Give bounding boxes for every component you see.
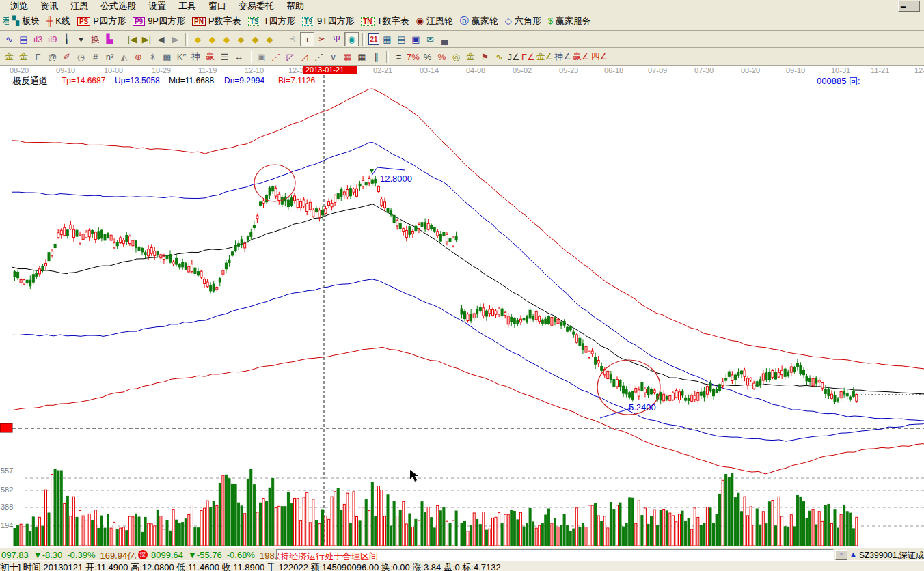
diamond-star-icon[interactable]: ◆ xyxy=(234,33,247,46)
bars-3-icon[interactable]: ıl3 xyxy=(31,33,44,46)
prism-icon[interactable]: ◭ xyxy=(118,51,131,64)
candles-layer xyxy=(14,176,858,405)
chart-area: 08-2009-1010-0810-2911-1912-1012-3102-21… xyxy=(0,66,924,548)
width-marker-icon[interactable]: ↔ xyxy=(232,51,245,64)
p-square-button[interactable]: PSP四方形 xyxy=(77,15,126,27)
save-icon[interactable]: ▣ xyxy=(409,33,422,46)
fan-box-red-icon[interactable]: ◿ xyxy=(298,51,311,64)
diamond-asterisk-icon[interactable]: ◆ xyxy=(249,33,262,46)
grid-red-icon[interactable]: ▦ xyxy=(341,51,354,64)
spiral-icon[interactable]: @ xyxy=(46,51,59,64)
last-page-icon[interactable]: ▶| xyxy=(140,33,153,46)
t-number-button[interactable]: TNT数字表 xyxy=(361,15,409,27)
k-marks-icon[interactable]: K″ xyxy=(175,51,188,64)
winner-wheel-button[interactable]: ⓑ赢家轮 xyxy=(460,15,498,27)
split-button[interactable]: ≡ xyxy=(835,550,847,560)
menu-item-3[interactable]: 公式选股 xyxy=(94,0,142,12)
menu-item-8[interactable]: 帮助 xyxy=(280,0,310,12)
p-number-button[interactable]: PNP数字表 xyxy=(192,15,241,27)
f-ruler-icon[interactable]: F xyxy=(31,51,44,64)
ying-ruler-icon[interactable]: 赢 xyxy=(204,51,217,64)
diamond-arrow-both-icon[interactable]: ◆ xyxy=(220,33,233,46)
menu-item-2[interactable]: 江恩 xyxy=(64,0,94,12)
gann-wheel-label: 江恩轮 xyxy=(426,15,453,27)
diamond-cross-icon[interactable]: ◆ xyxy=(263,33,276,46)
menu-item-1[interactable]: 资讯 xyxy=(34,0,64,12)
gann-fan-icon[interactable]: ⋰ xyxy=(269,51,282,64)
nine-p-square-button[interactable]: P99P四方形 xyxy=(133,15,185,27)
calculator-icon[interactable]: ▦ xyxy=(381,33,394,46)
menu-item-7[interactable]: 交易委托 xyxy=(232,0,280,12)
menu-item-6[interactable]: 窗口 xyxy=(202,0,232,12)
ruler-123-icon[interactable]: ☰ xyxy=(218,51,231,64)
notes-icon[interactable]: ▤ xyxy=(395,33,408,46)
chart-scroll-icon[interactable]: ∿ xyxy=(3,33,16,46)
t-square-button[interactable]: TST四方形 xyxy=(248,15,296,27)
first-page-icon[interactable]: |◀ xyxy=(126,33,139,46)
gold-angle-icon[interactable]: 金∠ xyxy=(536,51,554,64)
gann-wheel-button[interactable]: ◉江恩轮 xyxy=(416,15,453,27)
hexagon-button[interactable]: ◇六角形 xyxy=(505,15,541,27)
web-square-icon[interactable]: ▩ xyxy=(161,51,174,64)
price-scale-icon[interactable]: ≡ xyxy=(392,51,405,64)
printer-icon[interactable]: ▄ xyxy=(438,33,451,46)
si-angle-icon[interactable]: 四∠ xyxy=(591,51,608,64)
mail-globe-icon[interactable]: ✉ xyxy=(424,33,437,46)
fan-box-purple-icon[interactable]: ◸ xyxy=(284,51,297,64)
minimize-button[interactable]: ▂ xyxy=(898,1,920,12)
gold-circle-icon[interactable]: ◎ xyxy=(450,51,463,64)
p-square-badge: PS xyxy=(77,17,90,26)
flag-brush-icon[interactable]: ⚑ xyxy=(478,51,491,64)
percent-line-icon[interactable]: % xyxy=(435,51,448,64)
quote-info-bar: [初十] 时间:20130121 开:11.4900 高:12.0800 低:1… xyxy=(0,560,924,571)
percent-7-icon[interactable]: 7% xyxy=(407,51,420,64)
blocks-button[interactable]: ▚板块 xyxy=(12,15,40,27)
gauge-circle-icon[interactable]: ◷ xyxy=(74,51,87,64)
star-web-icon[interactable]: ✳ xyxy=(146,51,159,64)
shen-ruler-icon[interactable]: 神 xyxy=(189,51,202,64)
gold-ruler2-icon[interactable]: 金 xyxy=(17,51,30,64)
n-squared-icon[interactable]: n² xyxy=(103,51,116,64)
gold-ruler-icon[interactable]: 金 xyxy=(3,51,16,64)
ying-angle-icon[interactable]: 赢∠ xyxy=(573,51,590,64)
rocket-icon[interactable]: ✐ xyxy=(60,51,73,64)
crosshair-tool-icon[interactable]: ＋ xyxy=(300,32,314,46)
f-angle-icon[interactable]: F∠ xyxy=(521,51,535,64)
gold-line-icon[interactable]: 金 xyxy=(464,51,477,64)
candle-style-icon[interactable]: ╽ xyxy=(60,33,73,46)
menu-item-0[interactable]: 浏览 xyxy=(4,0,34,12)
toolbar-separator xyxy=(362,33,365,46)
dollar-button[interactable]: $赢家服务 xyxy=(548,15,591,27)
percent-icon[interactable]: % xyxy=(421,51,434,64)
shen-angle-icon[interactable]: 神∠ xyxy=(554,51,571,64)
diamond-arrow-left-icon[interactable]: ◆ xyxy=(191,33,204,46)
nine-t-square-button[interactable]: T99T四方形 xyxy=(302,15,354,27)
style-dropdown-icon[interactable]: ▾ xyxy=(74,33,87,46)
kline-button[interactable]: ╫K线 xyxy=(46,15,70,27)
next-page-icon[interactable]: ▶ xyxy=(169,33,182,46)
diamond-arrow-right-icon[interactable]: ◆ xyxy=(206,33,219,46)
angle-lines-icon[interactable]: ⋰ xyxy=(312,51,325,64)
menu-item-5[interactable]: 工具 xyxy=(172,0,202,12)
mask-tool-icon[interactable]: Ψ xyxy=(330,33,343,46)
compass-cross-icon[interactable]: ⊕ xyxy=(132,51,145,64)
brain-tool-icon[interactable]: ◉ xyxy=(344,32,359,46)
grid-dark-icon[interactable]: ▦ xyxy=(355,51,368,64)
restore-rights-icon[interactable]: 换 xyxy=(89,33,102,46)
gann-wheel-icon: ◉ xyxy=(416,16,424,26)
info-panel-icon[interactable]: ▤ xyxy=(17,33,30,46)
wave-v-icon[interactable]: ∨ xyxy=(327,51,340,64)
wave-gold-icon[interactable]: ∿ xyxy=(493,51,506,64)
j-angle-icon[interactable]: J∠ xyxy=(507,51,520,64)
calendar-icon[interactable]: 21 xyxy=(368,33,379,45)
parallel-lines-icon[interactable]: ∥ xyxy=(370,51,383,64)
menu-item-4[interactable]: 设置 xyxy=(142,0,172,12)
kline-label: K线 xyxy=(55,15,70,27)
cut-tool-icon[interactable]: ✂ xyxy=(316,33,329,46)
prev-page-icon[interactable]: ◀ xyxy=(154,33,167,46)
volume-histogram-icon[interactable]: ▙ xyxy=(103,33,116,46)
bars-9-icon[interactable]: ıl9 xyxy=(46,33,59,46)
hand-tool-icon[interactable]: ☝ xyxy=(286,33,299,46)
ruler-icon[interactable]: # xyxy=(89,51,102,64)
square-select-icon[interactable]: ▣ xyxy=(255,51,268,64)
